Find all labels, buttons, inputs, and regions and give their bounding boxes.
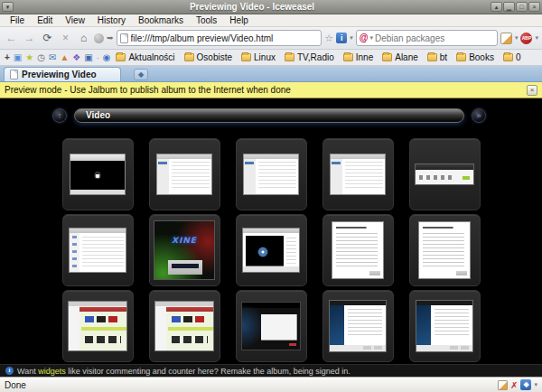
menu-item-view[interactable]: View <box>59 15 91 25</box>
mail-bookmarklet-icon[interactable]: ✉ <box>49 52 56 63</box>
nav-toolbar: ← → ⟳ × ⌂ ➥ ☆ i ▾ @ ▾ ▾ ABP ▾ <box>0 27 542 50</box>
adblock-plus-button[interactable]: ABP <box>520 33 532 44</box>
debian-search-engine-icon[interactable]: @ <box>360 33 369 42</box>
bookmark-folder-label: Inne <box>356 52 373 62</box>
url-bar[interactable] <box>117 30 322 46</box>
menu-item-tools[interactable]: Tools <box>190 15 223 25</box>
notification-close-button[interactable]: × <box>527 85 537 96</box>
bookmark-folder-inne[interactable]: Inne <box>341 52 375 62</box>
tab-label: Previewing Video <box>22 70 97 79</box>
add-bookmark-button[interactable]: + <box>5 52 10 63</box>
album-page: ↑ Video » XINE i Want widgets like visit… <box>0 98 542 377</box>
menu-item-edit[interactable]: Edit <box>31 15 59 25</box>
thumbnail-9[interactable] <box>322 214 394 286</box>
bookmark-folder-label: Osobiste <box>197 52 232 62</box>
prefs-dialog-screenshot <box>330 154 386 195</box>
globe-bookmarklet-icon[interactable]: ◉ <box>103 52 111 63</box>
xine-logo: XINE <box>154 236 214 245</box>
back-button[interactable]: ← <box>4 31 19 46</box>
scrapbook-button[interactable] <box>500 33 512 44</box>
bookmark-folder-0[interactable]: 0 <box>501 52 523 62</box>
reload-button[interactable]: ⟳ <box>40 31 55 46</box>
thumbnail-8[interactable] <box>236 214 307 286</box>
prefs-dialog-screenshot <box>243 154 299 195</box>
bookmark-folder-label: Linux <box>254 52 276 62</box>
prefs-dialog-screenshot <box>156 154 212 195</box>
info-icon: i <box>5 367 14 375</box>
footer-text-suffix: like visitor commenting and counter here… <box>66 367 350 376</box>
menu-item-history[interactable]: History <box>91 15 132 25</box>
wide-toolbar-screenshot <box>415 163 474 185</box>
extension-status-icon[interactable]: ◆ <box>520 379 531 390</box>
thumbnail-2[interactable] <box>149 138 220 210</box>
folder-icon <box>382 53 392 61</box>
search-box[interactable]: @ ▾ <box>356 30 498 46</box>
extension-icon-2[interactable]: ➥ <box>107 33 114 42</box>
star-bookmarklet-icon[interactable]: ★ <box>25 52 33 63</box>
thumbnail-15[interactable] <box>409 290 481 362</box>
thumbnail-4[interactable] <box>322 138 394 210</box>
folder-icon <box>285 53 294 61</box>
tab-previewing-video[interactable]: Previewing Video <box>4 67 121 81</box>
status-bar: Done ✗ ◆ ▾ <box>0 377 542 392</box>
bookmark-folder-books[interactable]: Books <box>454 52 496 62</box>
thumbnail-6[interactable] <box>62 214 134 286</box>
menu-item-help[interactable]: Help <box>223 15 255 25</box>
bookmark-folder-aktualności[interactable]: Aktualności <box>114 52 176 62</box>
identity-extension-icon[interactable]: i <box>336 33 347 43</box>
album-up-button[interactable]: ↑ <box>52 108 67 123</box>
bookmark-folder-tv,radio[interactable]: TV,Radio <box>283 52 336 62</box>
title-bar: ▾ Previewing Video - Iceweasel ▴ ▁ □ × <box>0 0 542 14</box>
adblock-status-icon[interactable]: ✗ <box>510 380 518 390</box>
scrapbook-status-icon[interactable] <box>498 380 508 390</box>
album-title-bar: Video <box>74 108 464 123</box>
bookmark-star-icon[interactable]: ☆ <box>324 33 333 43</box>
shade-button[interactable]: ▴ <box>491 2 502 12</box>
bookmarks-toolbar: + ▣ ★ ◷ ✉ ▲ ❖ ▣ · ◉ AktualnościOsobisteL… <box>0 50 542 66</box>
close-button[interactable]: × <box>528 2 540 12</box>
stop-button[interactable]: × <box>58 31 73 46</box>
forward-button[interactable]: → <box>22 31 37 46</box>
gem-bookmarklet-icon[interactable]: ❖ <box>72 52 80 63</box>
thumbnail-3[interactable] <box>236 138 307 210</box>
thumbnail-1[interactable] <box>62 138 134 210</box>
slideshow-button[interactable]: » <box>472 108 486 123</box>
search-engine-dropdown[interactable]: ▾ <box>369 34 373 42</box>
new-tab-button[interactable]: ◆ <box>134 69 148 80</box>
bookmark-folder-alane[interactable]: Alane <box>380 52 420 62</box>
url-input[interactable] <box>131 33 319 43</box>
extension-icon-1[interactable] <box>94 33 104 43</box>
save-bookmarklet-icon[interactable]: ▣ <box>84 52 92 63</box>
url-dropdown-button[interactable]: ▾ <box>350 34 353 42</box>
bookmark-folder-osobiste[interactable]: Osobiste <box>182 52 234 62</box>
bookmark-folder-label: Books <box>469 52 494 62</box>
thumbnail-14[interactable] <box>322 290 394 362</box>
thumbnail-7[interactable]: XINE <box>149 214 220 286</box>
thumbnail-10[interactable] <box>409 214 481 286</box>
bookmark-folder-bt[interactable]: bt <box>425 52 449 62</box>
thumbnail-5[interactable] <box>409 138 481 210</box>
bookmark-folder-linux[interactable]: Linux <box>239 52 277 62</box>
thumbnail-11[interactable] <box>62 290 134 362</box>
bookmark-folder-label: bt <box>440 52 447 62</box>
widgets-link[interactable]: widgets <box>38 367 66 376</box>
status-dropdown-button[interactable]: ▾ <box>534 381 537 388</box>
bookmark-folder-label: TV,Radio <box>297 52 334 62</box>
download-bookmarklet-icon[interactable]: ▲ <box>60 52 69 63</box>
folder-icon <box>116 53 126 61</box>
installer-wizard-screenshot <box>416 300 473 352</box>
thumbnail-12[interactable] <box>149 290 220 362</box>
image-bookmarklet-icon[interactable]: ▣ <box>14 52 22 63</box>
home-button[interactable]: ⌂ <box>76 31 91 46</box>
menu-item-file[interactable]: File <box>4 15 31 25</box>
search-input[interactable] <box>375 33 494 43</box>
maximize-button[interactable]: □ <box>516 2 528 12</box>
adblock-dropdown[interactable]: ▾ <box>535 34 538 42</box>
notification-text: Preview mode - Use Jalbum to publish alb… <box>5 85 522 95</box>
thumbnail-13[interactable] <box>236 290 307 362</box>
minimize-button[interactable]: ▁ <box>503 2 515 12</box>
history-clock-icon[interactable]: ◷ <box>37 52 45 63</box>
window-menu-button[interactable]: ▾ <box>2 2 14 12</box>
menu-item-bookmarks[interactable]: Bookmarks <box>132 15 190 25</box>
scrapbook-dropdown[interactable]: ▾ <box>515 34 519 42</box>
